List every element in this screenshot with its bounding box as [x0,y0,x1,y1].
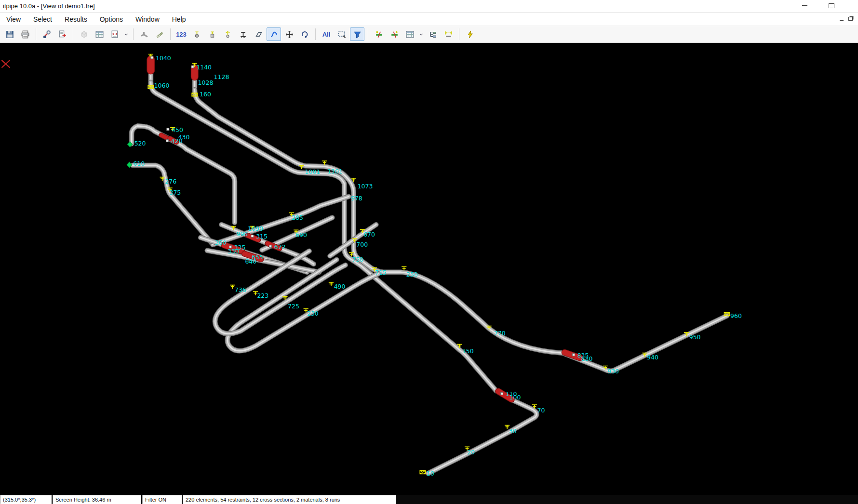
node-label[interactable]: 1028 [198,79,214,86]
dimensions-button[interactable] [441,27,456,41]
node-label[interactable]: 670 [363,231,375,238]
menu-item-results[interactable]: Results [58,14,94,25]
menu-item-help[interactable]: Help [166,14,192,25]
node-label[interactable]: 490 [334,283,346,291]
pipe-run[interactable] [133,165,212,243]
node-label[interactable]: 610 [133,160,145,167]
print-button[interactable] [18,27,32,41]
pipe-run[interactable] [151,82,536,474]
node-label[interactable]: 375 [169,189,181,196]
show-node-numbers-button[interactable]: 123 [174,27,188,41]
node-label[interactable]: 736 [235,286,246,293]
node-label[interactable]: 150 [462,347,474,355]
join-pipe-button[interactable] [387,27,402,41]
node-label[interactable]: 1101 [327,168,343,175]
node-label[interactable]: 715 [375,269,387,276]
node-label[interactable]: 940 [647,354,658,361]
node-label[interactable]: 990 [236,230,248,238]
break-pipe-button[interactable] [372,27,386,41]
node-label[interactable]: 960 [730,312,742,319]
node-label[interactable]: 1090 [248,225,263,232]
node-marker[interactable] [269,245,271,248]
node-label[interactable]: 160 [200,91,211,98]
result-table-menu[interactable] [418,27,425,41]
node-marker[interactable] [151,56,153,59]
node-label[interactable]: 725 [288,303,299,310]
node-label[interactable]: 770 [494,330,506,337]
node-label[interactable]: 930 [607,368,619,375]
rotate-view-button[interactable] [297,27,312,41]
node-label[interactable]: 330 [228,248,239,255]
maximize-button[interactable] [824,1,839,10]
node-label[interactable]: 100 [509,394,521,401]
show-anchors-button[interactable] [236,27,250,41]
insert-pipe-button[interactable] [137,27,151,41]
node-label[interactable]: 230 [307,310,319,317]
node-label[interactable]: 1073 [358,183,373,190]
model-viewport[interactable]: 1040106011401128102816045043042052061027… [0,43,858,495]
node-label[interactable]: 70 [537,407,545,414]
node-label[interactable]: 1140 [196,64,212,71]
node-label[interactable]: 978 [351,195,362,202]
child-minimize-button[interactable] [838,15,845,22]
pan-view-button[interactable] [282,27,296,41]
node-label[interactable]: 450 [172,126,183,133]
node-marker[interactable] [572,354,575,356]
node-label[interactable]: 520 [134,140,146,147]
result-table-button[interactable] [402,27,417,41]
data-grid-button[interactable] [92,27,107,41]
xml-export-button[interactable] [107,27,122,41]
node-label[interactable]: 360 [215,239,227,246]
node-label[interactable]: 315 [256,233,268,240]
filter-button[interactable] [350,27,364,41]
export-report-button[interactable] [55,27,69,41]
view-3d-button[interactable] [77,27,91,41]
xml-export-menu[interactable] [123,27,130,41]
node-label[interactable]: 1040 [156,54,171,62]
pipe-run[interactable] [195,90,727,371]
select-all-button[interactable]: All [319,27,334,41]
child-restore-button[interactable] [847,15,854,22]
node-label[interactable]: 1060 [154,82,170,89]
node-label[interactable]: 10 [427,470,434,477]
node-label[interactable]: 640 [245,258,256,265]
model-tools-button[interactable] [40,27,54,41]
node-label[interactable]: 20 [467,449,475,456]
model-tree-button[interactable] [426,27,440,41]
node-marker[interactable] [251,235,254,237]
node-label[interactable]: 700 [356,241,368,248]
menu-item-view[interactable]: View [0,14,27,25]
node-label[interactable]: 276 [165,178,176,185]
save-button[interactable] [2,27,17,41]
show-restraints-button[interactable] [205,27,219,41]
calculate-button[interactable] [463,27,477,41]
piping-model-canvas[interactable]: 1040106011401128102816045043042052061027… [0,43,858,495]
node-marker[interactable] [166,139,169,142]
menu-item-window[interactable]: Window [129,14,166,25]
zoom-window-button[interactable] [335,27,349,41]
node-label[interactable]: 672 [274,243,286,251]
menu-item-options[interactable]: Options [94,14,129,25]
node-label[interactable]: 1001 [305,168,320,175]
restraint-support[interactable] [329,282,334,286]
insert-structure-button[interactable] [152,27,167,41]
menu-item-select[interactable]: Select [27,14,58,25]
node-marker[interactable] [167,128,169,131]
node-label[interactable]: 690 [295,231,307,239]
show-supports-button[interactable] [220,27,235,41]
node-label[interactable]: 223 [257,292,268,300]
node-label[interactable]: 420 [171,137,183,145]
node-label[interactable]: 30 [509,427,516,435]
minimize-button[interactable] [797,1,812,10]
node-label[interactable]: 285 [292,214,303,221]
node-label[interactable]: 750 [352,256,363,264]
node-marker[interactable] [500,392,503,395]
node-marker[interactable] [191,66,194,68]
node-label[interactable]: 830 [581,356,593,363]
node-label[interactable]: 1128 [214,73,229,80]
node-label[interactable]: 950 [689,333,701,341]
show-nodes-button[interactable] [189,27,204,41]
show-centerline-button[interactable] [267,27,281,41]
show-planes-button[interactable] [251,27,266,41]
node-label[interactable]: 250 [406,271,418,278]
